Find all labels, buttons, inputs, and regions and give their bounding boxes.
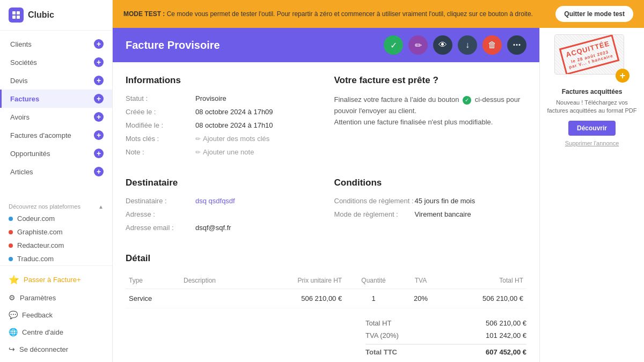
trash-icon: 🗑 (488, 40, 496, 50)
app-logo[interactable]: Clubic (0, 0, 112, 31)
total-ttc-label: Total TTC (365, 348, 397, 356)
main-nav: Clients + Sociétés + Devis + Factures + … (0, 31, 112, 197)
tva-row: TVA (20%) 101 242,00 € (365, 329, 526, 342)
download-button[interactable]: ↓ (458, 35, 477, 55)
ad-panel: ACQUITTÉE le 28 août 2023par V... t banc… (539, 28, 644, 362)
total-ttc-row: Total TTC 607 452,00 € (365, 344, 526, 358)
conditions-reglement-row: Conditions de règlement : 45 jours fin d… (334, 197, 527, 205)
more-icon: ··· (513, 40, 521, 51)
platform-traduc[interactable]: Traduc.com (0, 252, 112, 265)
sidebar-item-devis[interactable]: Devis + (0, 71, 112, 90)
add-mots-cles-button[interactable]: ✏ Ajouter des mots clés (195, 135, 269, 143)
add-note-button[interactable]: ✏ Ajouter une note (195, 148, 254, 156)
col-tva: TVA (402, 272, 440, 289)
platform-label-traduc: Traduc.com (17, 255, 54, 263)
add-facture-acompte-button[interactable]: + (94, 130, 104, 140)
help-item[interactable]: 🌐 Centre d'aide (0, 323, 112, 341)
help-label: Centre d'aide (22, 328, 63, 336)
platform-label-codeur: Codeur.com (17, 215, 55, 223)
sidebar-item-clients[interactable]: Clients + (0, 35, 112, 53)
row-description (180, 289, 252, 308)
sidebar-item-articles[interactable]: Articles + (0, 162, 112, 181)
main-content: MODE TEST : Ce mode vous permet de teste… (113, 0, 644, 362)
modifie-row: Modifiée le : 08 octobre 2024 à 17h10 (126, 121, 318, 129)
sidebar-item-label: Avoirs (10, 113, 30, 121)
informations-section: Informations Statut : Provisoire Créée l… (126, 75, 318, 161)
sidebar-item-factures-acompte[interactable]: Factures d'acompte + (0, 126, 112, 144)
table-row: Service 506 210,00 € 1 20% 506 210,00 € (126, 289, 526, 308)
destinataire-conditions-grid: Destinataire Destinataire : dsq qsdfqsdf… (126, 178, 526, 237)
add-opportunite-button[interactable]: + (94, 149, 104, 158)
sidebar-item-societes[interactable]: Sociétés + (0, 53, 112, 71)
ready-title: Votre facture est prête ? (334, 75, 527, 86)
svg-rect-2 (12, 16, 16, 19)
sidebar-item-factures[interactable]: Factures + (0, 90, 112, 108)
add-article-button[interactable]: + (94, 167, 104, 176)
feedback-item[interactable]: 💬 Feedback (0, 306, 112, 323)
preview-button[interactable]: 👁 (433, 35, 452, 55)
add-avoir-button[interactable]: + (94, 112, 104, 122)
destinataire-value[interactable]: dsq qsdfqsdf (195, 197, 318, 205)
finalize-button[interactable]: ✓ (384, 35, 403, 55)
add-devis-button[interactable]: + (94, 76, 104, 85)
conditions-reglement-label: Conditions de règlement : (334, 197, 415, 205)
ready-description: Finalisez votre facture à l'aide du bout… (334, 94, 527, 128)
edit-icon-mots-cles: ✏ (195, 135, 201, 143)
ready-section: Votre facture est prête ? Finalisez votr… (334, 75, 527, 161)
invoice-actions: ✓ ✏ 👁 ↓ 🗑 ··· (384, 35, 526, 55)
total-ht-value: 506 210,00 € (486, 319, 526, 327)
add-facture-button[interactable]: + (94, 94, 104, 104)
delete-button[interactable]: 🗑 (482, 35, 502, 55)
edit-button[interactable]: ✏ (408, 35, 428, 55)
quit-test-button[interactable]: Quitter le mode test (555, 6, 633, 22)
logout-item[interactable]: ↪ Se déconnecter (0, 341, 112, 358)
logout-label: Se déconnecter (19, 345, 68, 353)
info-title: Informations (126, 75, 318, 86)
platforms-section: Découvrez nos plateformes ▲ Codeur.com G… (0, 197, 112, 265)
upgrade-button[interactable]: ⭐ Passer à Facture+ (0, 270, 112, 289)
note-label: Note : (126, 148, 195, 156)
feedback-icon: 💬 (9, 311, 18, 319)
more-actions-button[interactable]: ··· (507, 35, 526, 55)
note-row: Note : ✏ Ajouter une note (126, 148, 318, 156)
tva-value: 101 242,00 € (486, 331, 526, 339)
invoice-panel: Facture Provisoire ✓ ✏ 👁 ↓ 🗑 (113, 28, 539, 362)
detail-section: Détail Type Description Prix unitaire HT… (126, 253, 526, 358)
check-icon: ✓ (390, 40, 397, 50)
row-quantite: 1 (345, 289, 402, 308)
platform-codeur[interactable]: Codeur.com (0, 212, 112, 225)
platform-redacteur[interactable]: Redacteur.com (0, 239, 112, 252)
platform-label-redacteur: Redacteur.com (17, 241, 64, 249)
invoice-body: Informations Statut : Provisoire Créée l… (113, 62, 539, 362)
platform-dot-redacteur (9, 243, 13, 248)
platform-label-graphiste: Graphiste.com (17, 228, 63, 236)
suppress-ad-link[interactable]: Supprimer l'annonce (565, 140, 619, 146)
settings-item[interactable]: ⚙ Paramètres (0, 289, 112, 306)
sidebar-item-opportunites[interactable]: Opportunités + (0, 144, 112, 162)
add-client-button[interactable]: + (94, 39, 104, 49)
sidebar-item-label: Sociétés (10, 58, 37, 67)
app-name: Clubic (28, 10, 54, 20)
add-societe-button[interactable]: + (94, 57, 104, 67)
platform-graphiste[interactable]: Graphiste.com (0, 225, 112, 239)
adresse-email-value: dsqf@sqf.fr (195, 224, 318, 232)
svg-rect-3 (17, 16, 20, 19)
col-prix-unitaire: Prix unitaire HT (252, 272, 345, 289)
platforms-toggle[interactable]: ▲ (98, 204, 104, 210)
platform-dot-traduc (9, 257, 13, 261)
sidebar-item-label: Articles (10, 168, 33, 176)
totals-section: Total HT 506 210,00 € TVA (20%) 101 242,… (126, 317, 526, 358)
total-ht-label: Total HT (365, 319, 391, 327)
stamp-container: ACQUITTÉE le 28 août 2023par V... t banc… (554, 34, 630, 83)
cree-row: Créée le : 08 octobre 2024 à 17h09 (126, 108, 318, 116)
sidebar-item-label: Factures d'acompte (10, 131, 71, 139)
content-area: Facture Provisoire ✓ ✏ 👁 ↓ 🗑 (113, 28, 644, 362)
discover-button[interactable]: Découvrir (568, 121, 616, 136)
test-banner-message: Ce mode vous permet de tester l'outil. P… (167, 10, 533, 18)
eye-icon: 👁 (438, 40, 447, 50)
edit-icon-note: ✏ (195, 149, 201, 156)
sidebar-item-avoirs[interactable]: Avoirs + (0, 108, 112, 126)
sidebar: Clubic Clients + Sociétés + Devis + Fact… (0, 0, 113, 362)
ad-plus-button[interactable]: + (616, 69, 630, 83)
destinataire-section: Destinataire Destinataire : dsq qsdfqsdf… (126, 178, 318, 237)
